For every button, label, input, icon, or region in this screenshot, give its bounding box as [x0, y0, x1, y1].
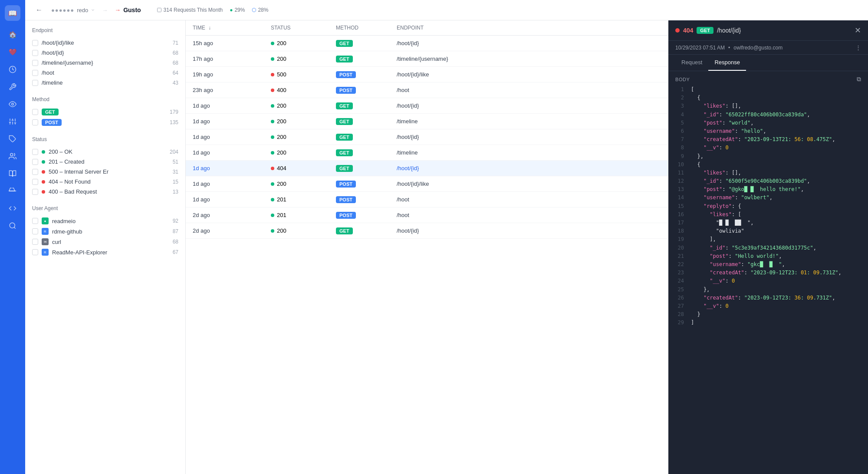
sidebar-wrench-icon[interactable]	[6, 80, 20, 94]
more-options-button[interactable]: ⋮	[855, 44, 861, 51]
tab-response[interactable]: Response	[708, 55, 746, 71]
agent-count-curl: 68	[173, 239, 178, 245]
table-row[interactable]: 1d ago 404 GET /hoot/{id}	[186, 161, 668, 176]
agent-filter-rdme-github[interactable]: R rdme-github 87	[32, 226, 178, 237]
status-label-404: 404 – Not Found	[49, 178, 91, 185]
sidebar-book-icon[interactable]	[6, 167, 20, 181]
endpoint-checkbox-like[interactable]	[32, 40, 38, 46]
line-number: 22	[675, 260, 684, 269]
table-row[interactable]: 1d ago 200 POST /hoot/{id}/like	[186, 176, 668, 192]
endpoint-filter-hoot-id[interactable]: /hoot/{id} 68	[32, 48, 178, 58]
table-row[interactable]: 17h ago 200 GET /timeline/{username}	[186, 51, 668, 67]
method-filter-section: Method GET 179 POST 135	[32, 96, 178, 128]
endpoint-checkbox-hoot[interactable]	[32, 70, 38, 76]
back-button[interactable]: ←	[34, 4, 44, 16]
agent-filter-title: User Agent	[32, 205, 178, 211]
status-filter-201[interactable]: 201 – Created 51	[32, 157, 178, 167]
status-checkbox-200[interactable]	[32, 149, 38, 155]
endpoint-cell: /timeline	[397, 118, 661, 125]
copy-button[interactable]: ⧉	[857, 76, 861, 83]
endpoint-cell: /hoot	[397, 87, 661, 93]
agent-checkbox-curl[interactable]	[32, 239, 38, 245]
time-cell: 1d ago	[193, 134, 271, 140]
status-dot-500	[42, 170, 45, 174]
method-checkbox-get[interactable]	[32, 109, 38, 115]
endpoint-filter-timeline-username[interactable]: /timeline/{username} 68	[32, 58, 178, 68]
agent-checkbox-readme-explorer[interactable]	[32, 249, 38, 255]
project-label: redo	[77, 7, 88, 13]
endpoint-checkbox-hoot-id[interactable]	[32, 50, 38, 56]
line-number: 19	[675, 235, 684, 244]
line-content: },	[691, 152, 704, 161]
agent-filter-curl[interactable]: ✉ curl 68	[32, 237, 178, 247]
table-row[interactable]: 1d ago 201 POST /hoot	[186, 192, 668, 207]
line-content: {	[691, 161, 700, 169]
table-row[interactable]: 23h ago 400 POST /hoot	[186, 82, 668, 98]
endpoint-checkbox-timeline[interactable]	[32, 80, 38, 86]
method-filter-post[interactable]: POST 135	[32, 117, 178, 128]
sidebar-heart-icon[interactable]: ❤️	[6, 45, 20, 59]
table-row[interactable]: 15h ago 200 GET /hoot/{id}	[186, 36, 668, 51]
status-count-404: 15	[173, 179, 178, 185]
sidebar-tag-icon[interactable]	[6, 132, 20, 146]
other-rate: 28%	[258, 7, 268, 13]
table-row[interactable]: 19h ago 500 POST /hoot/{id}/like	[186, 67, 668, 82]
endpoint-filter-like[interactable]: /hoot/{id}/like 71	[32, 38, 178, 48]
status-checkbox-400[interactable]	[32, 189, 38, 195]
endpoint-count-like: 71	[173, 40, 178, 46]
status-filter-200[interactable]: 200 – OK 204	[32, 147, 178, 157]
sidebar-code-icon[interactable]	[6, 201, 20, 215]
sidebar-home-icon[interactable]: 🏠	[6, 28, 20, 42]
status-filter-404[interactable]: 404 – Not Found 15	[32, 177, 178, 187]
sidebar-eye-icon[interactable]	[6, 97, 20, 111]
method-cell: GET	[336, 149, 397, 156]
status-dot-200	[42, 150, 45, 154]
close-button[interactable]: ✕	[855, 26, 861, 35]
status-filter-title: Status	[32, 136, 178, 142]
table-row[interactable]: 1d ago 200 GET /timeline	[186, 114, 668, 129]
agent-filter-readme-explorer[interactable]: R ReadMe-API-Explorer 67	[32, 247, 178, 257]
table-row[interactable]: 1d ago 200 GET /timeline	[186, 145, 668, 161]
agent-checkbox-rdme-github[interactable]	[32, 228, 38, 234]
method-filter-get[interactable]: GET 179	[32, 107, 178, 117]
status-cell: 200	[271, 149, 336, 156]
sidebar-logo[interactable]: 📖	[5, 5, 20, 21]
status-indicator	[271, 182, 274, 186]
status-cell: 200	[271, 134, 336, 140]
table-row[interactable]: 1d ago 200 GET /hoot/{id}	[186, 129, 668, 145]
endpoint-filter-timeline[interactable]: /timeline 43	[32, 78, 178, 88]
agent-checkbox-readmeio[interactable]	[32, 218, 38, 224]
status-filter-500[interactable]: 500 – Internal Server Er 31	[32, 167, 178, 177]
line-content: "post": "world",	[691, 119, 754, 127]
method-cell: POST	[336, 87, 397, 93]
line-number: 16	[675, 211, 684, 219]
line-content: "__v": 0	[691, 302, 729, 310]
status-value: 201	[277, 212, 286, 218]
code-line: 10 {	[675, 161, 861, 169]
table-row[interactable]: 2d ago 200 GET /hoot/{id}	[186, 223, 668, 239]
status-cell: 500	[271, 71, 336, 78]
endpoint-checkbox-timeline-username[interactable]	[32, 60, 38, 66]
sidebar-search-icon[interactable]	[6, 219, 20, 233]
table-row[interactable]: 1d ago 200 GET /hoot/{id}	[186, 98, 668, 114]
time-column-header[interactable]: TIME ↓	[193, 25, 271, 31]
endpoint-filter-hoot[interactable]: /hoot 64	[32, 68, 178, 78]
code-line: 14 "username": "owlbert",	[675, 194, 861, 202]
status-checkbox-404[interactable]	[32, 179, 38, 185]
table-row[interactable]: 2d ago 201 POST /hoot	[186, 207, 668, 223]
method-checkbox-post[interactable]	[32, 119, 38, 125]
tab-request[interactable]: Request	[675, 55, 708, 71]
status-filter-400[interactable]: 400 – Bad Request 13	[32, 187, 178, 197]
sidebar-activity-icon[interactable]	[6, 63, 20, 76]
sidebar-flask-icon[interactable]	[6, 184, 20, 198]
status-checkbox-500[interactable]	[32, 169, 38, 175]
response-method-badge: GET	[697, 27, 713, 34]
status-checkbox-201[interactable]	[32, 159, 38, 165]
status-indicator	[271, 73, 274, 76]
line-content: "_id": "5c3e39af342143680d31775c",	[691, 244, 816, 252]
endpoint-count-timeline-username: 68	[173, 60, 178, 66]
sidebar-sliders-icon[interactable]	[6, 115, 20, 128]
agent-filter-readmeio[interactable]: ● readmeio 92	[32, 216, 178, 226]
time-cell: 1d ago	[193, 102, 271, 109]
sidebar-user-icon[interactable]	[6, 149, 20, 163]
